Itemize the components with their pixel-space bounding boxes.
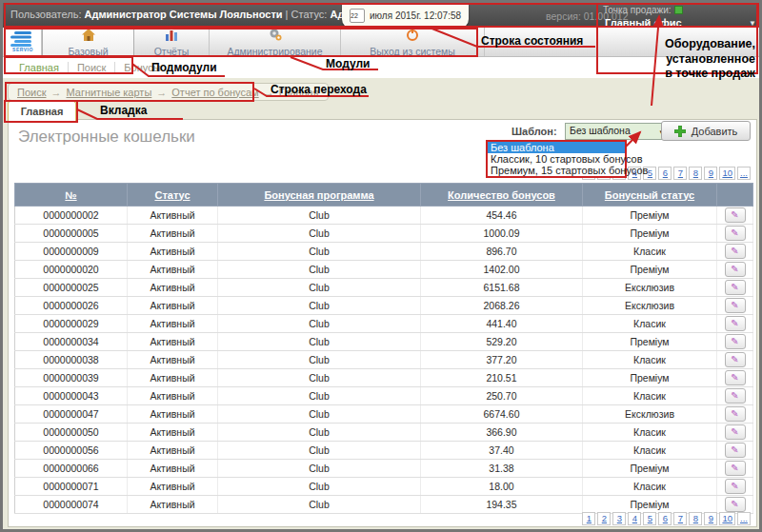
breadcrumb: Поиск→Магнитные карты→Отчет по бонусам→Г… <box>8 83 329 101</box>
table-cell-actions: ✎ <box>717 369 753 387</box>
page-link-6[interactable]: 6 <box>658 167 672 180</box>
module-tab-3[interactable]: Администрирование <box>210 28 341 56</box>
power-icon <box>406 28 419 45</box>
submodule-item-2[interactable]: Поиск <box>69 62 115 73</box>
add-button-label: Добавить <box>692 126 738 137</box>
pencil-icon: ✎ <box>731 228 738 238</box>
table-cell: 0000000025 <box>15 279 128 297</box>
edit-button[interactable]: ✎ <box>725 424 746 440</box>
table-cell: Активный <box>128 442 218 460</box>
breadcrumb-link[interactable]: Отчет по бонусам <box>171 87 258 98</box>
edit-button[interactable]: ✎ <box>725 370 746 385</box>
page-link-4[interactable]: 4 <box>628 512 641 525</box>
table-cell: 2068.26 <box>421 297 583 315</box>
page-link-7[interactable]: 7 <box>673 167 687 180</box>
table-cell: Преміум <box>583 207 717 225</box>
table-cell: Club <box>218 243 421 261</box>
edit-button[interactable]: ✎ <box>725 479 746 494</box>
table-cell: Класик <box>583 442 717 460</box>
pencil-icon: ✎ <box>731 373 738 383</box>
page-link-...[interactable]: ... <box>737 167 751 180</box>
page-link-1[interactable]: 1 <box>582 512 595 525</box>
table-cell: Активный <box>128 496 218 514</box>
table-cell: 441.40 <box>421 315 583 333</box>
page-link-...[interactable]: ... <box>737 512 751 525</box>
column-header[interactable]: Бонусный статус <box>583 184 717 207</box>
edit-button[interactable]: ✎ <box>725 352 746 367</box>
page-link-6[interactable]: 6 <box>658 512 672 525</box>
edit-button[interactable]: ✎ <box>725 316 746 331</box>
page-link-7[interactable]: 7 <box>673 512 687 525</box>
page-link-10[interactable]: 10 <box>719 512 735 525</box>
edit-button[interactable]: ✎ <box>725 334 746 349</box>
page-link-3[interactable]: 3 <box>612 512 626 525</box>
table-cell-actions: ✎ <box>717 297 753 315</box>
page-link-2[interactable]: 2 <box>597 512 611 525</box>
breadcrumb-current: Главная <box>279 87 319 98</box>
table-cell: 0000000034 <box>15 333 128 351</box>
table-cell-actions: ✎ <box>717 387 753 405</box>
table-cell: Club <box>218 369 421 387</box>
column-header[interactable]: Количество бонусов <box>421 184 583 207</box>
table-cell: 6674.60 <box>421 405 583 424</box>
table-cell: 37.40 <box>421 442 583 460</box>
table-cell: Класик <box>583 315 717 333</box>
edit-button[interactable]: ✎ <box>725 298 746 313</box>
table-row: 0000000034АктивныйClub529.20Преміум✎ <box>15 333 753 351</box>
edit-button[interactable]: ✎ <box>725 244 746 259</box>
table-cell: 194.35 <box>421 496 583 514</box>
table-cell: Преміум <box>583 333 717 351</box>
table-cell: 0000000029 <box>15 315 128 333</box>
app-window: Пользователь: Администратор Системы Лоял… <box>0 0 762 532</box>
dropdown-item-1[interactable]: Без шаблона <box>488 142 625 153</box>
table-row: 0000000066АктивныйClub31.38Преміум✎ <box>15 460 753 478</box>
servio-logo[interactable]: SERVIO <box>5 28 42 56</box>
page-link-9[interactable]: 9 <box>704 512 717 525</box>
table-cell: 6151.68 <box>421 279 583 297</box>
table-cell: Преміум <box>583 496 717 514</box>
dropdown-item-2[interactable]: Классик, 10 стартовых бонусов <box>488 153 625 165</box>
edit-button[interactable]: ✎ <box>725 406 746 422</box>
edit-button[interactable]: ✎ <box>725 226 746 241</box>
table-row: 0000000038АктивныйClub377.20Класик✎ <box>15 351 753 369</box>
table-cell: 18.00 <box>421 478 583 496</box>
template-select[interactable]: Без шаблона ▼ <box>565 123 670 140</box>
wallets-table: №СтатусБонусная программаКоличество бону… <box>14 183 753 514</box>
table-cell: 454.46 <box>421 207 583 225</box>
table-cell: 0000000071 <box>15 478 128 496</box>
pencil-icon: ✎ <box>731 265 738 274</box>
edit-button[interactable]: ✎ <box>725 497 746 512</box>
column-header[interactable]: Статус <box>128 184 218 207</box>
submodule-item-3[interactable]: Бонусы <box>115 62 169 73</box>
breadcrumb-link[interactable]: Поиск <box>17 87 46 98</box>
edit-button[interactable]: ✎ <box>725 207 746 223</box>
edit-button[interactable]: ✎ <box>725 443 746 458</box>
add-button[interactable]: Добавить <box>661 121 751 141</box>
table-cell: 896.70 <box>421 243 583 261</box>
edit-button[interactable]: ✎ <box>725 262 746 277</box>
module-tab-2[interactable]: Отчёты <box>134 28 210 56</box>
dropdown-item-3[interactable]: Премиум, 15 стартовых бонусов <box>488 165 625 176</box>
edit-button[interactable]: ✎ <box>725 388 746 404</box>
page-link-8[interactable]: 8 <box>689 167 702 180</box>
submodule-item-1[interactable]: Главная <box>10 62 69 73</box>
module-tabs: БазовыйОтчётыАдминистрированиеВыход из с… <box>42 28 485 56</box>
module-tab-4[interactable]: Выход из системы <box>341 28 485 56</box>
breadcrumb-link[interactable]: Магнитные карты <box>66 87 151 98</box>
table-cell: 0000000066 <box>15 460 128 478</box>
module-tab-1[interactable]: Базовый <box>42 28 134 56</box>
table-cell: 210.51 <box>421 369 583 387</box>
edit-button[interactable]: ✎ <box>725 280 746 295</box>
page-link-10[interactable]: 10 <box>719 167 735 180</box>
table-cell: Активный <box>128 478 218 496</box>
page-link-5[interactable]: 5 <box>643 512 656 525</box>
page-link-8[interactable]: 8 <box>689 512 702 525</box>
tab-glavnaya[interactable]: Главная <box>8 101 76 122</box>
column-header[interactable]: Бонусная программа <box>218 184 421 207</box>
page-link-9[interactable]: 9 <box>704 167 717 180</box>
edit-button[interactable]: ✎ <box>725 461 746 476</box>
table-cell: Club <box>218 279 421 297</box>
column-header[interactable]: № <box>15 184 128 207</box>
calendar-icon: 22 <box>350 9 365 23</box>
pencil-icon: ✎ <box>731 409 738 419</box>
